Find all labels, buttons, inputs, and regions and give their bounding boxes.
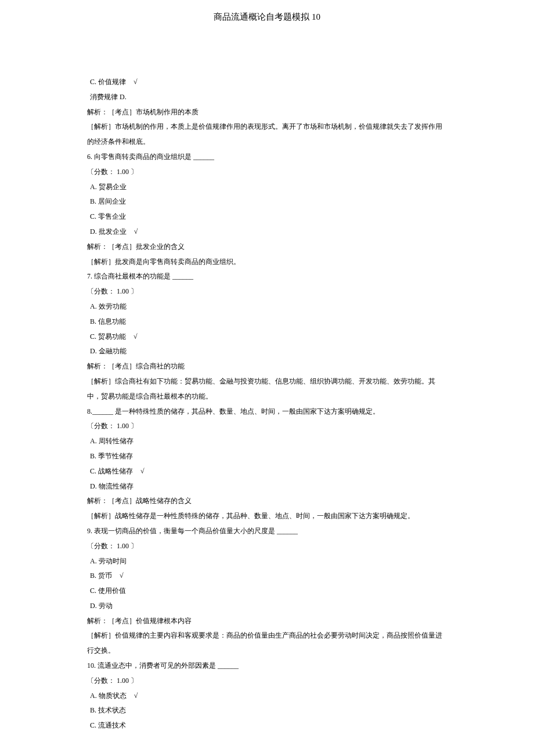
option-c: C. 流通技术 <box>87 718 447 733</box>
option-c: C. 零售企业 <box>87 209 447 225</box>
option-c: C. 使用价值 <box>87 584 447 599</box>
option-b: B. 季节性储存 <box>87 449 447 464</box>
option-a: A. 贸易企业 <box>87 180 447 195</box>
option-a: A. 周转性储存 <box>87 434 447 449</box>
question-score: 〔分数： 1.00 〕 <box>87 674 447 689</box>
option-text: B. 货币 <box>90 571 112 580</box>
prev-option-d: 消费规律 D. <box>87 90 447 105</box>
question-score: 〔分数： 1.00 〕 <box>87 284 447 299</box>
analysis-point: 解析：［考点］战略性储存的含义 <box>87 494 447 509</box>
option-text: C. 贸易功能 <box>90 332 126 341</box>
check-mark: √ <box>134 227 138 236</box>
check-mark: √ <box>134 332 138 341</box>
option-c: C. 战略性储存 √ <box>87 464 447 479</box>
option-d: D. 金融功能 <box>87 344 447 359</box>
question-stem: 10. 流通业态中，消费者可见的外部因素是 ______ <box>87 659 447 674</box>
option-b: B. 货币 √ <box>87 569 447 584</box>
analysis-point: 解析：［考点］市场机制作用的本质 <box>87 105 447 120</box>
option-d: D. 批发企业 √ <box>87 225 447 240</box>
analysis-point: 解析：［考点］价值规律根本内容 <box>87 614 447 629</box>
question-score: 〔分数： 1.00 〕 <box>87 539 447 554</box>
check-mark: √ <box>140 467 145 475</box>
option-text: A. 物质状态 <box>90 692 127 700</box>
question-stem: 7. 综合商社最根本的功能是 ______ <box>87 269 447 284</box>
prev-option-c: C. 价值规律 √ <box>87 75 447 90</box>
option-a: A. 劳动时间 <box>87 554 447 569</box>
option-b: B. 技术状态 <box>87 703 447 718</box>
analysis-body: ［解析］综合商社有如下功能：贸易功能、金融与投资功能、信息功能、组织协调功能、开… <box>87 374 447 404</box>
option-text: D. 批发企业 <box>90 227 127 236</box>
option-b: B. 信息功能 <box>87 314 447 330</box>
option-d: D. 劳动 <box>87 599 447 614</box>
check-mark: √ <box>120 571 124 580</box>
option-text: C. 战略性储存 <box>90 467 133 475</box>
question-stem: 9. 表现一切商品的价值，衡量每一个商品价值量大小的尺度是 ______ <box>87 524 447 539</box>
option-a: A. 物质状态 √ <box>87 689 447 704</box>
check-mark: √ <box>134 692 138 700</box>
question-score: 〔分数： 1.00 〕 <box>87 165 447 180</box>
question-stem: 8.______ 是一种特殊性质的储存，其品种、数量、地点、时间，一般由国家下达… <box>87 404 447 419</box>
analysis-body: ［解析］战略性储存是一种性质特殊的储存，其品种、数量、地点、时间，一般由国家下达… <box>87 509 447 524</box>
check-mark: √ <box>134 78 138 86</box>
analysis-point: 解析：［考点］批发企业的含义 <box>87 240 447 255</box>
question-score: 〔分数： 1.00 〕 <box>87 419 447 434</box>
page-title: 商品流通概论自考题模拟 10 <box>87 12 447 23</box>
option-b: B. 居间企业 <box>87 194 447 209</box>
analysis-body: ［解析］价值规律的主要内容和客观要求是：商品的价值量由生产商品的社会必要劳动时间… <box>87 628 447 659</box>
option-a: A. 效劳功能 <box>87 299 447 314</box>
analysis-body: ［解析］批发商是向零售商转卖商品的商业组织。 <box>87 255 447 270</box>
option-c: C. 贸易功能 √ <box>87 330 447 345</box>
question-stem: 6. 向零售商转卖商品的商业组织是 ______ <box>87 150 447 165</box>
option-d: D. 物流性储存 <box>87 479 447 494</box>
analysis-body: ［解析］市场机制的作用，本质上是价值规律作用的表现形式。离开了市场和市场机制，价… <box>87 120 447 150</box>
option-text: C. 价值规律 <box>90 78 126 86</box>
analysis-point: 解析：［考点］综合商社的功能 <box>87 359 447 374</box>
